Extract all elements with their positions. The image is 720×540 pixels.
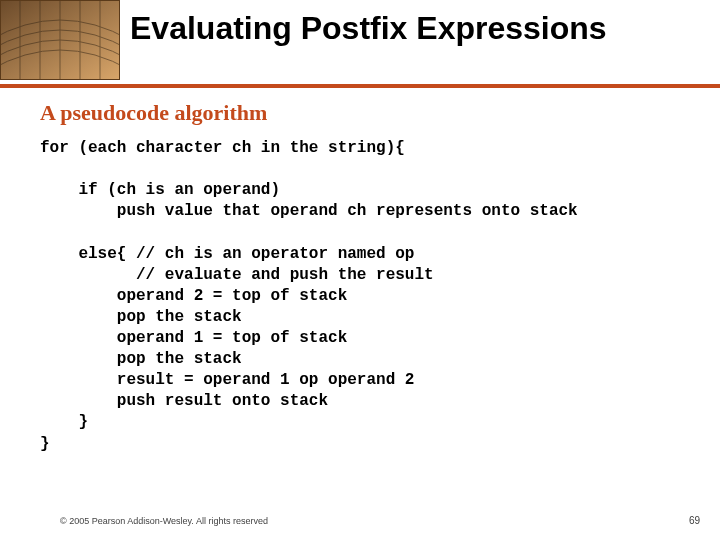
page-number: 69 [689, 515, 700, 526]
copyright-footer: © 2005 Pearson Addison-Wesley. All right… [60, 516, 268, 526]
svg-rect-6 [0, 0, 120, 80]
svg-rect-0 [0, 0, 120, 80]
title-underline [0, 84, 720, 88]
pseudocode-block: for (each character ch in the string){ i… [40, 138, 710, 455]
slide-subheading: A pseudocode algorithm [40, 100, 267, 126]
decorative-corner-image [0, 0, 120, 80]
slide-title: Evaluating Postfix Expressions [130, 10, 700, 47]
